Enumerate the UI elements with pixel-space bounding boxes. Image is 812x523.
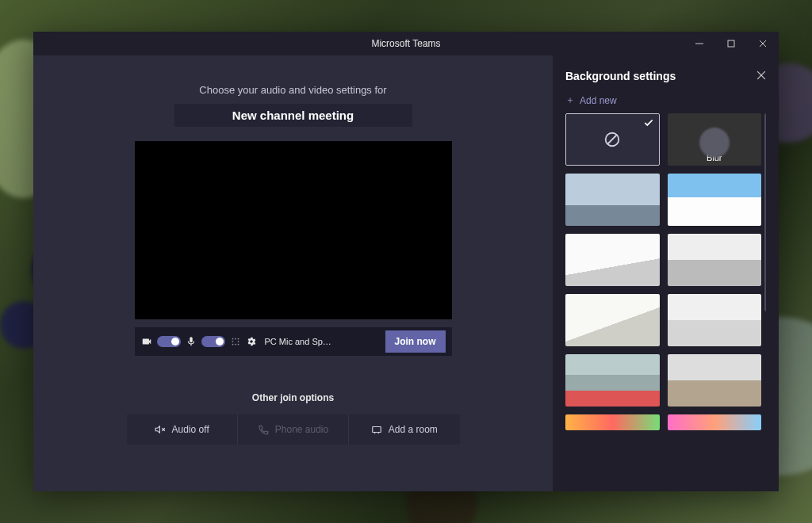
background-option-image[interactable] — [668, 414, 762, 430]
maximize-button[interactable] — [715, 32, 747, 55]
background-option-image[interactable] — [668, 234, 762, 286]
background-option-image[interactable] — [565, 414, 660, 430]
background-thumbnails-grid: Blur — [565, 113, 766, 430]
settings-prompt: Choose your audio and video settings for — [199, 84, 386, 96]
background-option-blur[interactable]: Blur — [668, 113, 762, 166]
video-preview — [135, 141, 452, 319]
add-room-option[interactable]: Add a room — [349, 414, 459, 445]
phone-audio-option[interactable]: Phone audio — [238, 414, 349, 445]
background-option-image[interactable] — [668, 354, 762, 407]
title-bar: Microsoft Teams — [33, 32, 779, 55]
background-option-image[interactable] — [565, 174, 660, 226]
microphone-icon — [186, 336, 197, 347]
svg-point-5 — [235, 338, 236, 340]
add-room-label: Add a room — [389, 424, 438, 435]
svg-point-4 — [232, 338, 233, 340]
join-now-button[interactable]: Join now — [385, 330, 446, 353]
camera-icon — [141, 336, 152, 347]
svg-rect-1 — [728, 40, 734, 47]
app-window: Microsoft Teams Choose your audio and vi… — [33, 32, 779, 491]
other-join-options: Audio off Phone audio Add a room — [127, 414, 460, 445]
background-option-image[interactable] — [565, 354, 660, 407]
window-controls — [684, 32, 779, 55]
blur-avatar-icon — [704, 128, 725, 148]
device-label[interactable]: PC Mic and Sp… — [265, 337, 381, 346]
add-new-background-button[interactable]: ＋ Add new — [565, 94, 766, 107]
prejoin-panel: Choose your audio and video settings for… — [33, 55, 553, 491]
background-effects-icon[interactable] — [230, 336, 241, 347]
svg-line-20 — [608, 136, 617, 144]
microphone-toggle[interactable] — [201, 336, 225, 347]
background-option-image[interactable] — [565, 294, 660, 346]
scrollbar-thumb[interactable] — [764, 113, 766, 311]
blur-label: Blur — [707, 153, 722, 162]
background-settings-panel: Background settings ＋ Add new — [553, 55, 779, 491]
app-title: Microsoft Teams — [371, 38, 440, 49]
phone-icon — [258, 424, 269, 435]
svg-point-8 — [237, 341, 239, 342]
svg-rect-14 — [373, 427, 381, 433]
minimize-button[interactable] — [684, 32, 715, 55]
svg-point-9 — [232, 344, 233, 345]
checkmark-icon — [643, 117, 654, 132]
svg-point-6 — [237, 338, 239, 340]
plus-icon: ＋ — [565, 94, 575, 107]
audio-off-option[interactable]: Audio off — [127, 414, 238, 445]
room-icon — [371, 424, 382, 435]
background-option-image[interactable] — [565, 234, 660, 286]
background-option-none[interactable] — [565, 113, 660, 166]
close-button[interactable] — [747, 32, 779, 55]
svg-point-11 — [237, 344, 239, 345]
background-option-image[interactable] — [668, 294, 762, 346]
speaker-mute-icon — [155, 424, 166, 435]
none-icon — [603, 131, 621, 148]
meeting-name-field[interactable]: New channel meeting — [174, 104, 412, 127]
audio-off-label: Audio off — [172, 424, 209, 435]
phone-audio-label: Phone audio — [275, 424, 328, 435]
background-settings-title: Background settings — [565, 70, 676, 82]
other-options-heading: Other join options — [252, 392, 334, 403]
device-settings-icon[interactable] — [246, 336, 257, 347]
add-new-label: Add new — [580, 95, 617, 106]
device-control-bar: PC Mic and Sp… Join now — [135, 327, 452, 356]
background-option-image[interactable] — [668, 174, 762, 226]
close-panel-button[interactable] — [756, 70, 766, 82]
svg-point-7 — [232, 341, 233, 342]
svg-point-10 — [235, 344, 236, 345]
camera-toggle[interactable] — [157, 336, 181, 347]
